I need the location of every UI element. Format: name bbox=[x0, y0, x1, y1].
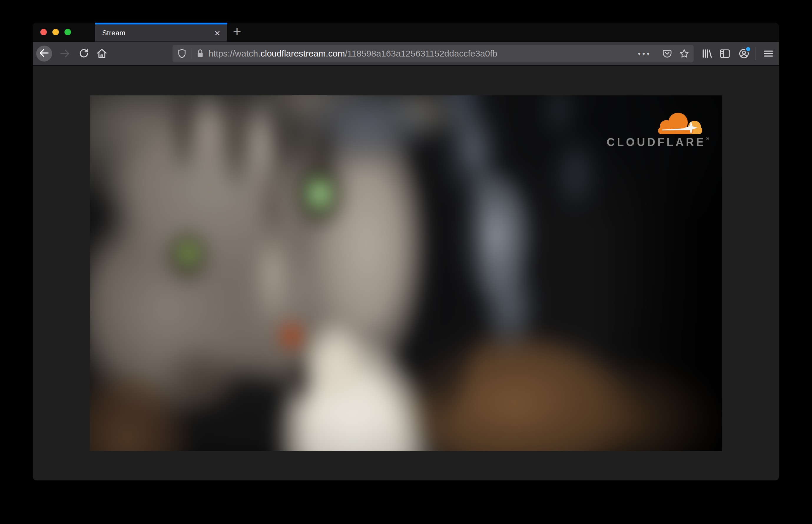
home-icon bbox=[96, 48, 108, 60]
urlbar-separator bbox=[191, 48, 191, 59]
account-notification-dot bbox=[745, 46, 751, 52]
window-close-button[interactable] bbox=[40, 29, 47, 35]
tab-title: Stream bbox=[102, 29, 211, 37]
sidebar-icon bbox=[719, 48, 731, 60]
tab-close-icon[interactable]: × bbox=[211, 28, 220, 38]
page-actions-icon[interactable]: ••• bbox=[638, 49, 651, 58]
video-frame-cat bbox=[90, 95, 722, 451]
reload-button[interactable] bbox=[78, 48, 90, 60]
back-button[interactable] bbox=[36, 46, 52, 62]
library-button[interactable] bbox=[701, 48, 713, 60]
back-icon bbox=[38, 47, 50, 60]
menu-button[interactable] bbox=[763, 48, 774, 60]
cloudflare-cloud-icon bbox=[657, 112, 704, 135]
url-path: /118598a163a125631152ddaccfe3a0fb bbox=[345, 49, 498, 58]
cloudflare-watermark: CLOUDFLARE® bbox=[607, 112, 707, 148]
traffic-lights bbox=[40, 23, 71, 42]
desktop: { "window_title_bar": { "traffic_lights"… bbox=[0, 0, 812, 524]
sidebar-button[interactable] bbox=[719, 48, 731, 60]
url-scheme: https://watch. bbox=[209, 49, 261, 58]
registered-mark: ® bbox=[706, 136, 709, 141]
tracking-protection-shield-icon[interactable] bbox=[177, 48, 187, 59]
library-icon bbox=[701, 48, 713, 60]
url-domain: cloudflarestream.com bbox=[261, 49, 345, 58]
window-minimize-button[interactable] bbox=[52, 29, 59, 35]
navigation-toolbar: https://watch.cloudflarestream.com/11859… bbox=[33, 42, 779, 66]
hamburger-menu-icon bbox=[763, 48, 774, 60]
forward-button[interactable] bbox=[59, 48, 71, 60]
window-zoom-button[interactable] bbox=[64, 29, 71, 35]
page-content: CLOUDFLARE® bbox=[33, 95, 779, 480]
tab-stream[interactable]: Stream × bbox=[95, 23, 227, 42]
pocket-icon[interactable] bbox=[662, 48, 672, 59]
lock-icon[interactable] bbox=[195, 48, 206, 59]
bookmark-star-icon[interactable] bbox=[679, 48, 689, 59]
tab-bar: Stream × + bbox=[33, 23, 779, 42]
cloudflare-wordmark-text: CLOUDFLARE bbox=[607, 136, 706, 148]
account-button[interactable] bbox=[738, 48, 750, 60]
urlbar-actions: ••• bbox=[638, 48, 689, 59]
forward-icon bbox=[59, 48, 71, 60]
new-tab-button[interactable]: + bbox=[228, 23, 246, 40]
address-bar[interactable]: https://watch.cloudflarestream.com/11859… bbox=[173, 45, 694, 62]
cloudflare-wordmark: CLOUDFLARE® bbox=[607, 136, 707, 148]
reload-icon bbox=[78, 48, 90, 60]
video-player[interactable]: CLOUDFLARE® bbox=[90, 95, 722, 451]
browser-window: Stream × + bbox=[33, 23, 779, 480]
toolbar-divider bbox=[755, 47, 756, 60]
url-text: https://watch.cloudflarestream.com/11859… bbox=[209, 49, 497, 59]
home-button[interactable] bbox=[96, 48, 108, 60]
